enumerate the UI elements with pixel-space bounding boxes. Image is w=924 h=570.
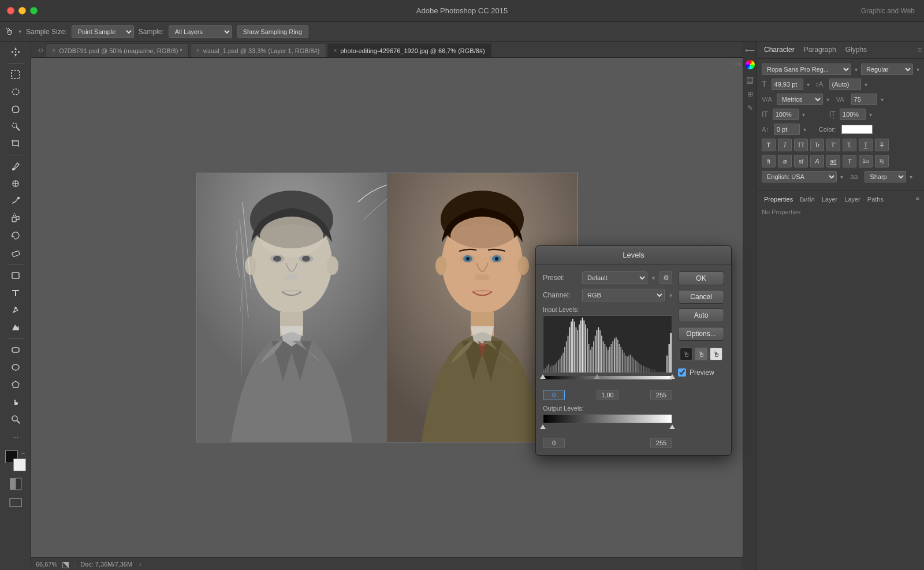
leading-input[interactable]: [829, 79, 861, 90]
zoom-tool[interactable]: [6, 411, 25, 427]
status-arrow[interactable]: ›: [139, 561, 141, 568]
panel-toggle-icon[interactable]: ⟵: [745, 46, 755, 54]
font-style-select[interactable]: Regular Bold Italic: [861, 64, 913, 75]
polygon-tool[interactable]: [6, 377, 25, 393]
tab-close-0[interactable]: ×: [52, 47, 55, 54]
discretionary-button[interactable]: T: [843, 155, 856, 167]
minimize-button[interactable]: [18, 7, 26, 14]
show-sampling-ring-button[interactable]: Show Sampling Ring: [237, 25, 308, 38]
elliptical-marquee-tool[interactable]: [6, 84, 25, 100]
extra-tools[interactable]: ···: [6, 429, 25, 445]
output-black-slider[interactable]: [540, 424, 546, 429]
tab-2[interactable]: × photo-editing-429676_1920.jpg @ 66,7% …: [327, 43, 491, 57]
horizontal-scale-input[interactable]: [840, 109, 866, 120]
midtone-slider[interactable]: [594, 374, 600, 379]
ok-button[interactable]: OK: [678, 271, 724, 285]
swash-button[interactable]: st: [794, 155, 808, 167]
allcaps-button[interactable]: TT: [794, 139, 808, 151]
rounded-rect-tool[interactable]: [6, 342, 25, 358]
tab-close-2[interactable]: ×: [334, 47, 337, 54]
tab-1[interactable]: × vizual_1.psd @ 33,3% (Layer 1, RGB/8#): [190, 43, 326, 57]
preset-gear-button[interactable]: ⚙: [660, 271, 672, 284]
black-point-slider[interactable]: [540, 374, 546, 379]
rectangular-marquee-tool[interactable]: [6, 66, 25, 83]
fractions-button[interactable]: ½: [875, 155, 889, 167]
hand-tool[interactable]: [6, 394, 25, 410]
midtone-input[interactable]: [597, 390, 619, 400]
white-eyedropper-button[interactable]: 🖱: [710, 348, 722, 360]
properties-tab-bibl[interactable]: Библ: [798, 195, 817, 204]
tab-scroll-left[interactable]: ‹›: [36, 45, 46, 54]
ligatures-button[interactable]: fi: [762, 155, 776, 167]
tab-close-1[interactable]: ×: [196, 47, 200, 54]
ellipse-tool[interactable]: [6, 359, 25, 375]
sample-size-select[interactable]: Point Sample 3 by 3 Average 5 by 5 Avera…: [72, 25, 134, 38]
maximize-button[interactable]: [30, 7, 38, 14]
panel-menu[interactable]: ≡: [917, 46, 922, 54]
preset-select[interactable]: Default Custom: [582, 271, 647, 284]
export-icon[interactable]: ⬔: [62, 560, 69, 569]
history-brush-tool[interactable]: [6, 228, 25, 244]
crop-tool[interactable]: [6, 136, 25, 152]
color-panel-icon[interactable]: [746, 60, 755, 69]
bold-button[interactable]: T: [762, 139, 776, 151]
glyphs-tab[interactable]: Glyphs: [841, 43, 871, 57]
swap-colors-icon[interactable]: ↔: [21, 450, 26, 456]
strikethrough-button[interactable]: T: [875, 139, 889, 151]
underline-button[interactable]: T: [859, 139, 873, 151]
rectangle-tool[interactable]: [6, 267, 25, 284]
screen-mode-button[interactable]: [9, 496, 23, 509]
vertical-scale-input[interactable]: [773, 109, 799, 120]
output-white-slider[interactable]: [669, 424, 675, 429]
ordinal-button[interactable]: 1st: [859, 155, 873, 167]
preview-checkbox[interactable]: [678, 368, 686, 377]
gray-eyedropper-button[interactable]: 🖱: [695, 348, 707, 360]
antialias-select[interactable]: Sharp Crisp Strong Smooth None: [865, 171, 906, 182]
language-select[interactable]: English: USA: [762, 171, 837, 182]
layers-panel-icon[interactable]: ▤: [746, 75, 754, 84]
background-color[interactable]: [13, 459, 26, 471]
smallcaps-button[interactable]: Tr: [810, 139, 824, 151]
properties-tab-paths[interactable]: Paths: [865, 195, 886, 204]
type-tool[interactable]: [6, 285, 25, 301]
superscript-button[interactable]: T': [826, 139, 840, 151]
color-swatches[interactable]: ↔: [5, 450, 26, 471]
baseline-input[interactable]: [774, 124, 800, 135]
properties-menu-icon[interactable]: ≡: [916, 195, 919, 204]
quick-selection-tool[interactable]: [6, 118, 25, 135]
black-eyedropper-button[interactable]: 🖱: [680, 348, 692, 360]
character-tab[interactable]: Character: [759, 43, 799, 57]
panel-menu-icon[interactable]: ≡: [917, 46, 922, 54]
paragraph-tab[interactable]: Paragraph: [799, 43, 841, 57]
lasso-tool[interactable]: [6, 101, 25, 117]
quick-mask-button[interactable]: [9, 477, 23, 493]
options-button[interactable]: Options...: [678, 327, 724, 341]
brush-tool[interactable]: [6, 193, 25, 209]
tab-0[interactable]: × O7DBF91.psd @ 50% (magazine, RGB/8) *: [46, 43, 188, 57]
sample-select[interactable]: All Layers Current Layer: [169, 25, 232, 38]
kerning-select[interactable]: Metrics Optical 0: [777, 94, 823, 105]
eraser-tool[interactable]: [6, 245, 25, 261]
tracking-input[interactable]: [851, 94, 877, 105]
properties-tab-layer2[interactable]: Layer: [842, 195, 863, 204]
italic-button[interactable]: T: [778, 139, 792, 151]
contextual-button[interactable]: ad: [826, 155, 840, 167]
healing-brush-tool[interactable]: [6, 176, 25, 192]
eyedropper-tool[interactable]: [6, 158, 25, 174]
white-point-input[interactable]: [650, 390, 672, 400]
auto-button[interactable]: Auto: [678, 308, 724, 322]
channels-panel-icon[interactable]: ⊞: [747, 90, 753, 98]
black-point-input[interactable]: [543, 390, 565, 400]
white-point-slider[interactable]: [669, 374, 675, 379]
channel-select[interactable]: RGB Red Green Blue: [582, 289, 665, 301]
font-family-select[interactable]: Ropa Sans Pro Reg...: [762, 64, 851, 75]
paths-panel-icon[interactable]: ✎: [747, 104, 753, 112]
close-button[interactable]: [7, 7, 14, 14]
font-size-input[interactable]: [772, 79, 803, 90]
ordinals-button[interactable]: ø: [778, 155, 792, 167]
text-color-swatch[interactable]: [841, 125, 873, 134]
subscript-button[interactable]: T,: [843, 139, 856, 151]
properties-tab-layer1[interactable]: Layer: [819, 195, 840, 204]
clone-stamp-tool[interactable]: [6, 210, 25, 226]
cancel-button[interactable]: Cancel: [678, 290, 724, 304]
